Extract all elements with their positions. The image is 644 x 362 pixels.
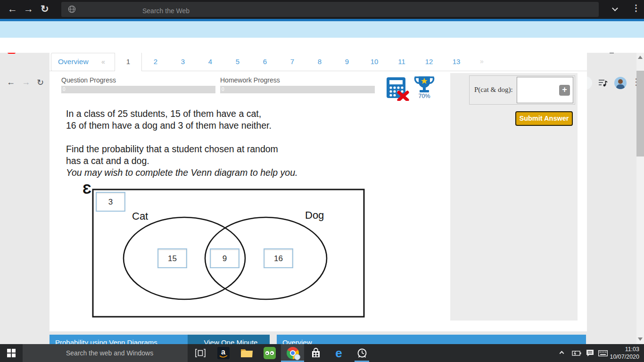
system-tray: 11:03 10/07/2020 [552,344,644,362]
calculator-disabled-icon[interactable] [386,76,409,101]
nav-prev-icon[interactable]: « [101,58,105,66]
venn-input-intersection[interactable]: 9 [210,248,239,268]
forward-icon[interactable]: → [22,77,30,87]
topbar-menu-icon[interactable]: ⋮ [632,3,640,13]
tripadvisor-icon [264,347,276,359]
question-progress-value: 0 [63,87,66,92]
task-view-button[interactable] [189,344,212,362]
homework-progress-label: Homework Progress [220,76,280,84]
clock-date: 10/07/2020 [610,353,639,361]
assignment-tab-2[interactable]: 2 [142,53,169,71]
start-button[interactable] [0,344,23,362]
universal-set-symbol: Ɛ [83,181,91,197]
profile-avatar[interactable] [614,77,627,89]
answer-label: P(cat & dog): [474,86,517,94]
assignment-tab-8[interactable]: 8 [306,53,333,71]
trophy-icon [414,75,435,93]
topbar-forward-icon[interactable]: → [24,3,33,15]
question-progress-bar: 0 [61,86,215,93]
assignment-tab-3[interactable]: 3 [169,53,197,71]
taskbar-clock[interactable]: 11:03 10/07/2020 [610,346,639,361]
submit-answer-button[interactable]: Submit Answer [515,111,573,126]
touch-keyboard-icon[interactable] [597,344,609,362]
answer-field-box: P(cat & dog): + [469,75,575,105]
taskbar-file-explorer-button[interactable] [235,344,258,362]
amazon-icon: a [217,347,230,359]
windows-logo-icon [7,349,16,357]
trophy-percent: 70% [414,93,435,99]
back-icon[interactable]: ← [7,77,15,87]
taskbar-edge-button[interactable]: e [327,344,350,362]
file-explorer-icon [240,348,253,358]
chevron-down-icon[interactable] [612,5,618,11]
homework-progress-value: 0 [222,87,224,92]
venn-set-b-label: Dog [305,209,324,222]
reload-icon[interactable]: ↻ [37,77,44,88]
answer-input[interactable]: + [517,77,573,103]
battery-icon[interactable] [570,344,583,362]
chrome-icon [287,347,299,359]
nav-next-icon[interactable]: » [480,58,484,65]
browser-tab-strip: Charli D'Amelio BLAMES Her × MathsWatch … [0,21,644,38]
question-line: Find the probability that a student chos… [66,144,278,155]
task-view-icon [195,349,206,357]
assignment-tab-1[interactable]: 1 [115,53,142,71]
assignment-tab-6[interactable]: 6 [251,53,279,71]
question-line: 16 of them have a dog and 3 of them have… [66,120,272,131]
venn-input-dog-only[interactable]: 16 [264,248,293,268]
notification-icon[interactable] [584,344,596,362]
question-hint-line: You may wish to complete the Venn diagra… [66,167,297,178]
venn-set-a-label: Cat [132,210,148,222]
homework-progress-bar: 0 [220,86,375,93]
extension-toolbar: ← → ↻ Search the Web ⋮ [0,0,644,19]
scrollbar-down-arrow[interactable] [638,337,643,341]
taskbar-search-input[interactable]: Search the web and Windows [23,344,188,362]
assignment-page-tabs: 12345678910111213 [115,53,470,71]
question-progress-label: Question Progress [61,76,116,84]
assignment-tab-9[interactable]: 9 [333,53,361,71]
scrollbar-up-arrow[interactable] [638,56,643,59]
edge-icon: e [335,346,342,361]
windows-taskbar: Search the web and Windows a [0,344,644,362]
desktop: ← → ↻ Search the Web ⋮ Charli D'Amelio B… [0,0,644,362]
web-search-input[interactable]: Search the Web [61,2,599,17]
add-answer-icon[interactable]: + [559,85,570,96]
taskbar-store-button[interactable] [304,344,327,362]
assignment-tab-7[interactable]: 7 [279,53,306,71]
taskbar-alarms-button[interactable] [350,344,373,362]
question-line: has a cat and a dog. [66,156,149,166]
chrome-profile-badge [294,354,300,360]
store-icon [310,347,322,359]
taskbar-search-placeholder: Search the web and Windows [66,349,153,357]
media-control-icon[interactable] [599,79,608,87]
topbar-back-icon[interactable]: ← [8,3,17,15]
assignment-tab-12[interactable]: 12 [415,53,443,71]
venn-input-cat-only[interactable]: 15 [157,248,187,268]
taskbar-chrome-button[interactable] [281,344,304,362]
taskbar-amazon-button[interactable]: a [212,344,235,362]
topbar-reload-icon[interactable]: ↻ [41,3,49,15]
assignment-tab-11[interactable]: 11 [388,53,415,71]
venn-input-neither[interactable]: 3 [96,192,125,212]
assignment-tab-5[interactable]: 5 [224,53,251,71]
answer-panel [450,73,578,321]
avatar-figure [618,79,623,84]
assignment-tab-4[interactable]: 4 [197,53,224,71]
overview-tab-box: Overview « [51,53,116,71]
globe-icon [68,5,76,13]
assignment-tab-10[interactable]: 10 [361,53,388,71]
scrollbar-thumb[interactable] [636,71,644,156]
web-search-placeholder: Search the Web [142,7,190,15]
clock-time: 11:03 [610,346,639,353]
tray-chevron-up-icon[interactable] [555,344,568,362]
assignment-tab-13[interactable]: 13 [443,53,470,71]
browser-toolbar: ← → ↻ ⌂ vle.mathswatch.co.uk/vle/assignm… [0,38,644,53]
question-line: In a class of 25 students, 15 of them ha… [66,108,261,119]
alarm-clock-icon [356,347,368,359]
taskbar-tripadvisor-button[interactable] [258,344,281,362]
nav-overview-link[interactable]: Overview [58,58,89,66]
